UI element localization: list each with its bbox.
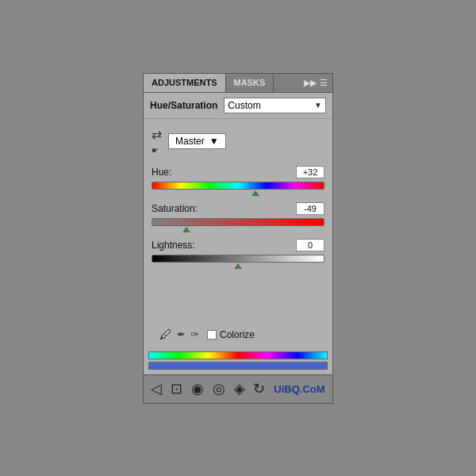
eyedropper-minus-icon[interactable]: ✑ — [190, 328, 199, 340]
tab-bar: ADJUSTMENTS MASKS ▶▶ ☰ — [144, 74, 332, 93]
preset-value: Custom — [228, 100, 260, 111]
menu-icon[interactable]: ☰ — [320, 78, 328, 88]
eye2-icon[interactable]: ◈ — [231, 378, 248, 399]
tools-row: 🖊 ✒ ✑ Colorize — [152, 323, 324, 347]
channel-icon[interactable]: ⇄☛ — [152, 127, 162, 156]
light-track[interactable] — [152, 255, 324, 263]
hue-label: Hue: — [152, 167, 171, 178]
brand-label: UiBQ.CoM — [271, 382, 328, 397]
hue-track[interactable] — [152, 182, 324, 190]
back-icon[interactable]: ◁ — [148, 378, 165, 399]
light-label: Lightness: — [152, 240, 195, 251]
channel-row: ⇄☛ Master ▼ — [152, 127, 324, 156]
globe-icon[interactable]: ◉ — [188, 378, 207, 399]
channel-dropdown[interactable]: Master ▼ — [168, 133, 226, 149]
sat-track[interactable] — [152, 218, 324, 226]
light-header: Lightness: 0 — [152, 239, 324, 251]
title-row: Hue/Saturation Custom ▼ — [144, 93, 332, 119]
content-area: ⇄☛ Master ▼ Hue: +32 Saturation: — [144, 119, 332, 351]
preset-arrow-icon: ▼ — [314, 101, 322, 109]
hue-thumb[interactable] — [251, 190, 259, 196]
sat-thumb-icon — [182, 227, 190, 232]
channel-arrow-icon: ▼ — [209, 136, 219, 147]
light-thumb-icon — [234, 263, 242, 269]
colorize-checkbox[interactable] — [207, 330, 217, 340]
light-track-wrap[interactable] — [152, 255, 324, 267]
eyedropper-icon[interactable]: 🖊 — [159, 328, 172, 342]
blue-bar — [148, 362, 328, 370]
sat-label: Saturation: — [152, 203, 198, 214]
color-bars — [144, 351, 332, 374]
refresh-icon[interactable]: ↻ — [250, 378, 268, 399]
lightness-slider-group: Lightness: 0 — [152, 239, 324, 267]
hue-track-wrap[interactable] — [152, 182, 324, 194]
channel-label: Master — [175, 136, 205, 147]
tab-adjustments[interactable]: ADJUSTMENTS — [144, 74, 226, 92]
light-thumb[interactable] — [234, 263, 242, 269]
eyedropper-plus-icon[interactable]: ✒ — [177, 328, 186, 340]
eye-icon[interactable]: ◎ — [209, 378, 228, 399]
hue-thumb-icon — [251, 190, 259, 196]
spacer — [152, 275, 324, 323]
tab-masks[interactable]: MASKS — [226, 74, 274, 92]
tab-icons: ▶▶ ☰ — [299, 74, 332, 92]
sat-header: Saturation: -49 — [152, 202, 324, 215]
colorize-label: Colorize — [220, 329, 255, 340]
sat-track-wrap[interactable] — [152, 218, 324, 231]
adjustments-panel: ADJUSTMENTS MASKS ▶▶ ☰ Hue/Saturation Cu… — [143, 73, 333, 404]
sat-value[interactable]: -49 — [296, 202, 324, 215]
preset-dropdown[interactable]: Custom ▼ — [224, 98, 326, 113]
sat-thumb[interactable] — [182, 227, 190, 232]
hue-value[interactable]: +32 — [296, 166, 324, 178]
adjustment-title: Hue/Saturation — [150, 100, 217, 111]
hue-slider-group: Hue: +32 — [152, 166, 324, 194]
select-icon[interactable]: ⊡ — [167, 378, 186, 399]
forward-icon[interactable]: ▶▶ — [304, 78, 317, 88]
rainbow-bar — [148, 351, 328, 359]
colorize-wrap: Colorize — [207, 329, 255, 340]
saturation-slider-group: Saturation: -49 — [152, 202, 324, 231]
light-value[interactable]: 0 — [296, 239, 324, 251]
hue-header: Hue: +32 — [152, 166, 324, 178]
nav-bar: ◁ ⊡ ◉ ◎ ◈ ↻ UiBQ.CoM — [144, 374, 332, 403]
